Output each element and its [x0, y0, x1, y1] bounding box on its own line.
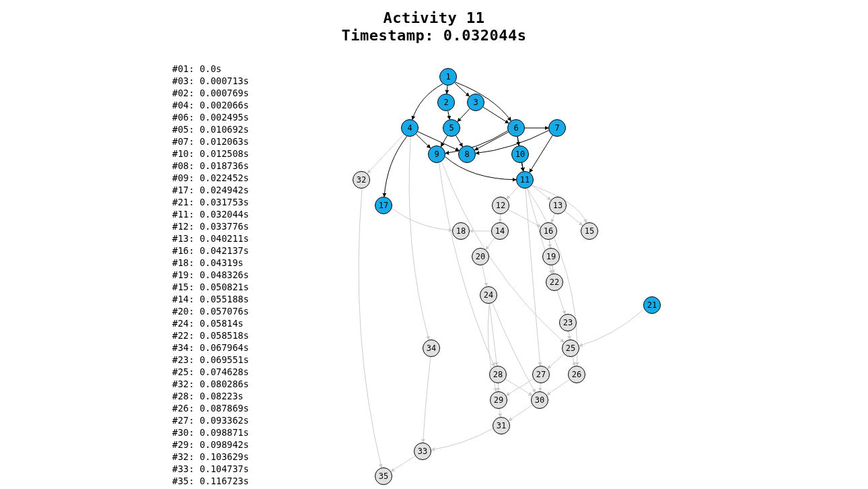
node-30: 30	[531, 391, 548, 409]
node-17: 17	[375, 197, 392, 214]
node-20: 20	[472, 248, 489, 265]
node-7: 7	[548, 119, 566, 137]
node-3: 3	[467, 94, 484, 111]
node-22: 22	[546, 273, 563, 291]
node-18: 18	[452, 222, 470, 240]
node-11: 11	[516, 171, 534, 189]
node-15: 15	[581, 222, 598, 240]
graph-nodes: 1234567891011121314151617181920212223242…	[0, 0, 868, 489]
node-9: 9	[428, 145, 445, 163]
node-4: 4	[401, 119, 419, 137]
node-32: 32	[353, 171, 370, 189]
node-29: 29	[490, 391, 507, 409]
node-26: 26	[568, 366, 585, 383]
node-2: 2	[437, 94, 455, 111]
node-19: 19	[542, 248, 560, 265]
node-27: 27	[532, 366, 550, 383]
node-34: 34	[423, 339, 440, 357]
node-6: 6	[507, 119, 525, 137]
node-31: 31	[493, 417, 510, 434]
node-10: 10	[511, 145, 529, 163]
node-8: 8	[458, 145, 476, 163]
node-33: 33	[414, 443, 431, 460]
node-21: 21	[643, 296, 661, 314]
node-13: 13	[549, 197, 567, 214]
node-1: 1	[439, 68, 457, 86]
node-12: 12	[492, 197, 509, 214]
node-16: 16	[540, 222, 557, 240]
node-23: 23	[559, 314, 577, 331]
node-5: 5	[443, 119, 460, 137]
node-28: 28	[489, 366, 507, 383]
node-25: 25	[562, 339, 579, 357]
node-24: 24	[480, 286, 497, 304]
node-35: 35	[375, 467, 392, 485]
node-14: 14	[491, 222, 509, 240]
